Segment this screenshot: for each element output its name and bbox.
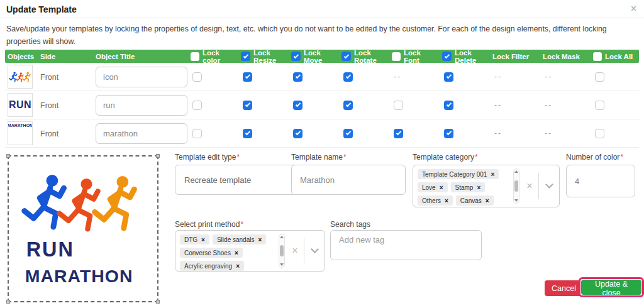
lock-cell-lock-mask: -- bbox=[538, 101, 589, 110]
modal-title: Update Template bbox=[6, 4, 77, 14]
tag-remove-icon[interactable]: × bbox=[486, 197, 489, 204]
cancel-button[interactable]: Cancel bbox=[545, 280, 583, 296]
checkbox-lock-rotate[interactable] bbox=[343, 101, 353, 110]
lock-cell-lock-filter: -- bbox=[488, 129, 538, 138]
checkbox-lock-all[interactable] bbox=[595, 101, 604, 110]
checkbox-lock-font[interactable] bbox=[394, 101, 403, 110]
template-category-multiselect[interactable]: Template Category 001×Love×Stamp×Others×… bbox=[413, 165, 560, 207]
header-checkbox-lock-move[interactable] bbox=[291, 52, 301, 61]
tag-label: Others bbox=[422, 197, 441, 204]
tag-chip: Canvas× bbox=[456, 195, 494, 206]
tag-label: Acrylic engraving bbox=[184, 263, 232, 270]
lock-properties-table: Objects Side Object Title Lock colorLock… bbox=[5, 50, 639, 148]
lock-column-header-lock-font: Lock Font bbox=[387, 49, 438, 64]
table-row: MARATHON Front ---- bbox=[5, 119, 639, 148]
lock-cell-lock-filter: -- bbox=[488, 72, 538, 82]
thumbnail-text: MARATHON bbox=[8, 123, 33, 128]
object-thumbnail: RUN bbox=[8, 93, 33, 117]
clear-selection-icon[interactable]: × bbox=[521, 165, 538, 207]
object-title-input[interactable] bbox=[96, 67, 187, 87]
print-method-multiselect[interactable]: DTG×Slide sandals×Converse Shoes×Acrylic… bbox=[175, 230, 325, 272]
template-name-label: Template name* bbox=[291, 153, 347, 162]
tag-remove-icon[interactable]: × bbox=[258, 236, 262, 243]
checkbox-lock-move[interactable] bbox=[293, 72, 303, 82]
checkbox-lock-delete[interactable] bbox=[444, 72, 453, 82]
header-checkbox-lock-resize[interactable] bbox=[241, 52, 250, 61]
tag-remove-icon[interactable]: × bbox=[440, 184, 443, 191]
tag-remove-icon[interactable]: × bbox=[491, 171, 494, 178]
lock-cell-lock-all bbox=[589, 101, 639, 110]
checkbox-lock-move[interactable] bbox=[293, 129, 303, 138]
tag-label: Stamp bbox=[455, 184, 474, 191]
checkbox-lock-rotate[interactable] bbox=[343, 129, 353, 138]
table-header-row: Objects Side Object Title Lock colorLock… bbox=[5, 50, 639, 63]
scroll-thumb[interactable] bbox=[280, 245, 284, 256]
lock-columns-header: Lock colorLock ResizeLock MoveLock Rotat… bbox=[186, 49, 639, 64]
required-asterisk: * bbox=[620, 153, 623, 162]
scroll-down-icon[interactable] bbox=[514, 199, 518, 202]
column-header-object-title: Object Title bbox=[91, 53, 186, 60]
column-header-side: Side bbox=[35, 53, 91, 60]
checkbox-lock-resize[interactable] bbox=[243, 129, 252, 138]
scroll-up-icon[interactable] bbox=[514, 170, 518, 173]
checkbox-lock-rotate[interactable] bbox=[343, 72, 353, 82]
header-checkbox-lock-rotate[interactable] bbox=[341, 52, 351, 61]
checkbox-lock-resize[interactable] bbox=[243, 101, 252, 110]
checkbox-lock-color[interactable] bbox=[192, 72, 202, 82]
tag-chip: Template Category 001× bbox=[418, 169, 499, 179]
column-header-objects: Objects bbox=[5, 53, 35, 60]
lock-cell-lock-move bbox=[287, 101, 337, 110]
lock-cell-lock-delete bbox=[438, 129, 488, 138]
template-name-input[interactable] bbox=[291, 165, 406, 195]
scroll-thumb[interactable] bbox=[514, 180, 518, 192]
lock-column-label: Lock Filter bbox=[492, 53, 529, 60]
template-preview[interactable]: RUN MARATHON bbox=[8, 155, 158, 302]
close-icon[interactable]: × bbox=[631, 3, 636, 14]
number-of-color-input[interactable] bbox=[566, 165, 635, 197]
tag-remove-icon[interactable]: × bbox=[477, 184, 480, 191]
row-side-label: Front bbox=[40, 101, 58, 110]
checkbox-lock-move[interactable] bbox=[293, 101, 303, 110]
lock-cell-lock-color bbox=[186, 101, 236, 110]
scrollbar[interactable] bbox=[513, 168, 519, 204]
header-checkbox-lock-all[interactable] bbox=[593, 52, 602, 61]
lock-column-label: Lock Move bbox=[304, 49, 337, 64]
tag-remove-icon[interactable]: × bbox=[236, 263, 240, 270]
tag-remove-icon[interactable]: × bbox=[235, 250, 238, 256]
object-title-input[interactable] bbox=[96, 95, 187, 116]
checkbox-lock-font[interactable] bbox=[394, 129, 403, 138]
scroll-down-icon[interactable] bbox=[280, 263, 284, 266]
tag-remove-icon[interactable]: × bbox=[445, 197, 448, 204]
checkbox-lock-all[interactable] bbox=[595, 72, 604, 82]
lock-cell-lock-delete bbox=[438, 101, 488, 110]
table-row: Front ------ bbox=[5, 63, 639, 91]
header-checkbox-lock-color[interactable] bbox=[191, 52, 199, 61]
clear-selection-icon[interactable]: × bbox=[286, 231, 304, 271]
object-title-input[interactable] bbox=[96, 123, 187, 144]
tag-chip: Slide sandals× bbox=[213, 234, 266, 245]
header-checkbox-lock-delete[interactable] bbox=[442, 52, 452, 61]
tag-remove-icon[interactable]: × bbox=[201, 236, 205, 243]
tag-label: Slide sandals bbox=[217, 236, 254, 243]
checkbox-lock-resize[interactable] bbox=[243, 72, 252, 82]
checkbox-lock-all[interactable] bbox=[595, 129, 604, 138]
lock-cell-lock-rotate bbox=[337, 72, 387, 82]
lock-cell-lock-move bbox=[287, 72, 337, 82]
checkbox-lock-color[interactable] bbox=[192, 101, 202, 110]
chevron-down-icon[interactable] bbox=[539, 165, 559, 207]
scroll-up-icon[interactable] bbox=[280, 236, 284, 238]
checkbox-lock-color[interactable] bbox=[192, 129, 202, 138]
checkbox-lock-delete[interactable] bbox=[444, 101, 453, 110]
checkbox-lock-delete[interactable] bbox=[444, 129, 453, 138]
selection-handle bbox=[6, 154, 10, 158]
chevron-down-icon[interactable] bbox=[304, 231, 325, 271]
tag-chip: DTG× bbox=[180, 234, 209, 245]
tag-label: Love bbox=[422, 184, 436, 191]
header-checkbox-lock-font[interactable] bbox=[392, 52, 401, 61]
update-and-close-button[interactable]: Update & close bbox=[581, 280, 641, 295]
update-template-modal: Update Template × Save/update your templ… bbox=[0, 0, 644, 308]
lock-cell-lock-font bbox=[387, 101, 438, 110]
scrollbar[interactable] bbox=[279, 234, 285, 268]
modal-header: Update Template × bbox=[0, 0, 644, 18]
search-tags-input[interactable] bbox=[330, 230, 482, 260]
